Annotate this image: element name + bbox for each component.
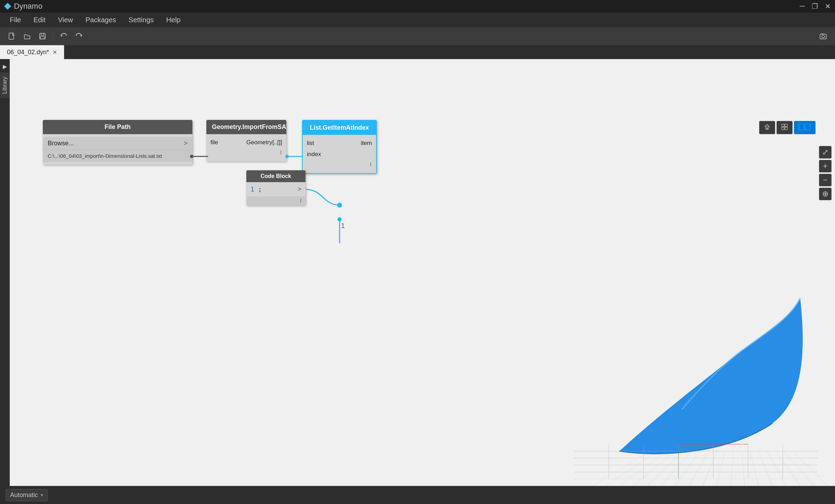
geometry-output-label: Geometry[..[]]: [246, 139, 282, 146]
toolbar-separator: [53, 31, 53, 41]
codeblock-arrow: >: [297, 186, 301, 193]
zoom-out-button[interactable]: −: [819, 174, 832, 186]
geometry-input-label: file: [210, 139, 218, 146]
filepath-header: File Path: [43, 120, 192, 134]
app-title: Dynamo: [14, 2, 800, 11]
geometry-output-dot: l: [280, 149, 281, 155]
svg-rect-4: [820, 34, 826, 39]
svg-rect-14: [805, 124, 810, 130]
svg-rect-2: [41, 33, 44, 35]
view-3d-button[interactable]: [794, 121, 816, 134]
menubar: File Edit View Packages Settings Help: [0, 13, 835, 27]
mode-dropdown[interactable]: Automatic ▾: [6, 489, 48, 501]
codeblock-num: 1: [250, 186, 254, 193]
undo-button[interactable]: [57, 30, 70, 42]
screenshot-button[interactable]: [817, 30, 829, 42]
list-row-index: index: [303, 149, 376, 160]
list-output-dot: [337, 217, 342, 221]
redo-button[interactable]: [73, 30, 85, 42]
menu-file[interactable]: File: [4, 14, 26, 26]
minimize-button[interactable]: ─: [800, 2, 805, 10]
menu-packages[interactable]: Packages: [80, 14, 122, 26]
svg-rect-11: [782, 127, 784, 130]
view-controls: [759, 121, 816, 134]
menu-settings[interactable]: Settings: [123, 14, 159, 26]
statusbar: Automatic ▾: [0, 486, 835, 504]
list-preview-value: 1: [341, 222, 345, 230]
view-layout-button[interactable]: [777, 121, 793, 134]
list-input-index: index: [307, 151, 321, 158]
svg-rect-8: [766, 128, 768, 129]
browse-label[interactable]: Browse...: [48, 140, 74, 147]
save-button[interactable]: [36, 30, 49, 42]
node-codeblock: Code Block 1 ; > l: [246, 170, 305, 205]
fit-button[interactable]: ⊕: [819, 188, 832, 200]
svg-rect-0: [9, 33, 14, 39]
svg-point-5: [822, 35, 825, 38]
menu-edit[interactable]: Edit: [28, 14, 51, 26]
svg-rect-3: [40, 36, 45, 39]
codeblock-code: 1 ;: [250, 186, 262, 193]
list-header: List.GetItemAtIndex: [303, 121, 376, 135]
tabbar: 06_04_02.dyn* ✕: [0, 45, 835, 59]
svg-rect-12: [785, 127, 787, 130]
node-filepath: File Path Browse... > C:\...\06_04\03_im…: [43, 120, 192, 165]
browse-row: Browse... >: [43, 137, 192, 150]
restore-button[interactable]: ❐: [812, 2, 818, 10]
window-controls: ─ ❐ ✕: [800, 2, 831, 10]
titlebar: Dynamo ─ ❐ ✕: [0, 0, 835, 13]
mode-label: Automatic: [10, 491, 38, 499]
sidebar: ▶ Library: [0, 59, 10, 486]
svg-rect-9: [782, 124, 784, 127]
list-input-list: list: [307, 140, 314, 147]
sidebar-library-tab[interactable]: Library: [0, 73, 9, 98]
dropdown-arrow: ▾: [41, 492, 43, 498]
geometry-header: Geometry.ImportFromSAT: [206, 120, 286, 134]
fullscreen-button[interactable]: ⤢: [819, 146, 832, 158]
list-output-item: item: [361, 140, 372, 147]
codeblock-semi: ;: [258, 186, 262, 193]
toolbar: [0, 27, 835, 45]
close-button[interactable]: ✕: [825, 2, 831, 10]
node-geometry: Geometry.ImportFromSAT file Geometry[..[…: [206, 120, 286, 161]
tab-close[interactable]: ✕: [53, 49, 57, 56]
menu-view[interactable]: View: [53, 14, 79, 26]
canvas[interactable]: ⤢ + − ⊕ File Path Browse... > C:\...\06_…: [10, 59, 835, 486]
zoom-in-button[interactable]: +: [819, 160, 832, 172]
svg-rect-6: [822, 33, 823, 34]
codeblock-header: Code Block: [246, 170, 305, 182]
filepath-value: C:\...\06_04\03_import\n-Dimensional-Lis…: [48, 153, 162, 159]
list-row-list: list item: [303, 138, 376, 149]
view-home-button[interactable]: [759, 121, 775, 134]
svg-point-18: [337, 203, 342, 208]
svg-rect-13: [799, 124, 804, 130]
zoom-controls: ⤢ + − ⊕: [819, 146, 832, 200]
active-tab[interactable]: 06_04_02.dyn* ✕: [0, 45, 64, 59]
svg-rect-10: [785, 124, 787, 127]
3d-shape: [598, 291, 807, 465]
list-output-indicator: l: [370, 161, 371, 167]
open-button[interactable]: [21, 30, 33, 42]
codeblock-output-indicator: l: [300, 198, 301, 204]
menu-help[interactable]: Help: [161, 14, 186, 26]
sidebar-play-button[interactable]: ▶: [3, 63, 7, 70]
app-icon: [4, 3, 11, 10]
geometry-io-row: file Geometry[..[]]: [206, 137, 286, 148]
tab-label: 06_04_02.dyn*: [7, 49, 49, 56]
new-button[interactable]: [6, 30, 18, 42]
node-list: List.GetItemAtIndex list item index l: [302, 120, 377, 174]
filepath-output-arrow: >: [184, 140, 188, 147]
grid-plane: [574, 409, 818, 479]
